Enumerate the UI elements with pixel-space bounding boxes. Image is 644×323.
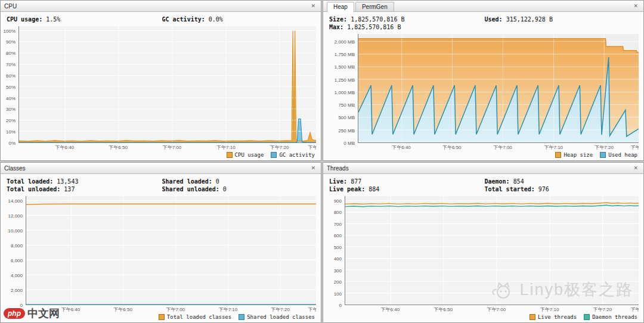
y-axis-label: 500 MB xyxy=(338,115,355,120)
cpu-stats: CPU usage: 1.5% GC activity: 0.0% xyxy=(1,12,321,25)
cpu-panel-title: CPU xyxy=(4,3,309,10)
y-axis-label: 14,000 xyxy=(8,198,23,203)
threads-y-axis: 9008007006005004003002001000 xyxy=(323,196,345,305)
x-axis-label: 下午7:3 xyxy=(630,144,639,150)
daemon-threads-stat: Daemon: 854 xyxy=(485,178,638,185)
cpu-panel: CPU ✕ CPU usage: 1.5% GC activity: 0.0% … xyxy=(0,0,321,161)
cpu-chart: 100%90%80%70%60%50%40%30%20%10%0% 下午6:40… xyxy=(1,25,321,160)
y-axis-label: 250 MB xyxy=(338,128,355,133)
threads-panel-titlebar: Threads ✕ xyxy=(323,163,643,174)
heap-tabs: Heap PermGen xyxy=(327,1,631,11)
x-axis-label: 下午7:20 xyxy=(271,306,290,312)
tab-permgen[interactable]: PermGen xyxy=(355,2,394,11)
classes-y-axis: 14,00012,00010,0008,0006,0004,0002,0000 xyxy=(1,196,26,305)
total-unloaded-stat: Total unloaded: 137 xyxy=(7,185,160,193)
y-axis-label: 500 xyxy=(334,244,342,250)
legend-label: Daemon threads xyxy=(592,314,637,320)
heap-max-stat: Max: 1,825,570,816 B xyxy=(329,23,482,31)
threads-panel-maximize-icon[interactable]: ✕ xyxy=(631,164,640,172)
legend-swatch-icon xyxy=(159,314,165,320)
x-axis-label: 下午6:50 xyxy=(434,306,453,312)
x-axis-label: 下午7:3 xyxy=(308,144,316,150)
y-axis-label: 40% xyxy=(6,95,16,101)
legend-item: Total loaded classes xyxy=(159,314,231,320)
x-axis-label: 下午7:00 xyxy=(493,144,512,150)
cpu-usage-stat: CPU usage: 1.5% xyxy=(7,15,160,23)
heap-size-stat: Size: 1,825,570,816 B xyxy=(329,15,482,23)
legend-item: Heap size xyxy=(555,152,593,158)
heap-chart: 2,000 MB1,750 MB1,500 MB1,250 MB1,000 MB… xyxy=(323,33,643,160)
y-axis-label: 70% xyxy=(6,62,16,67)
php-logo-icon: php xyxy=(4,308,25,319)
legend-label: Total loaded classes xyxy=(167,314,231,320)
y-axis-label: 900 xyxy=(334,198,342,203)
y-axis-label: 60% xyxy=(6,73,16,78)
y-axis-label: 300 xyxy=(334,268,342,273)
y-axis-label: 90% xyxy=(6,39,16,45)
y-axis-label: 100 xyxy=(334,291,342,296)
visualvm-monitor-view: CPU ✕ CPU usage: 1.5% GC activity: 0.0% … xyxy=(0,0,644,323)
y-axis-label: 1,250 MB xyxy=(335,77,355,82)
y-axis-label: 750 MB xyxy=(338,103,355,108)
heap-plot-area xyxy=(358,34,639,143)
threads-legend: Live threadsDaemon threads xyxy=(345,312,639,321)
y-axis-label: 0% xyxy=(8,141,16,146)
cpu-panel-maximize-icon[interactable]: ✕ xyxy=(309,2,317,10)
heap-used-stat: Used: 315,122,928 B xyxy=(485,15,638,23)
classes-stats: Total loaded: 13,543 Shared loaded: 0 To… xyxy=(1,174,321,195)
legend-label: Live threads xyxy=(538,314,577,320)
threads-x-axis: 下午6:40下午6:50下午7:00下午7:10下午7:20下午7:3 xyxy=(345,305,639,312)
heap-panel-maximize-icon[interactable]: ✕ xyxy=(631,2,640,10)
tab-heap[interactable]: Heap xyxy=(327,2,354,12)
php-cn-watermark-text: 中文网 xyxy=(27,306,60,321)
x-axis-label: 下午7:00 xyxy=(163,144,182,150)
x-axis-label: 下午7:3 xyxy=(308,306,316,312)
y-axis-label: 10,000 xyxy=(8,228,23,233)
classes-panel-maximize-icon[interactable]: ✕ xyxy=(309,164,317,172)
y-axis-label: 10% xyxy=(6,129,16,135)
y-axis-label: 700 xyxy=(334,221,342,226)
heap-panel: Heap PermGen ✕ Size: 1,825,570,816 B Use… xyxy=(323,0,644,161)
y-axis-label: 400 xyxy=(334,256,342,262)
heap-x-axis: 下午6:40下午6:50下午7:00下午7:10下午7:20下午7:3 xyxy=(358,143,639,150)
x-axis-label: 下午7:10 xyxy=(216,144,236,150)
legend-swatch-icon xyxy=(555,152,561,158)
legend-swatch-icon xyxy=(584,314,590,320)
heap-panel-titlebar: Heap PermGen ✕ xyxy=(323,1,643,12)
x-axis-label: 下午7:20 xyxy=(593,306,612,312)
legend-item: GC activity xyxy=(271,152,315,158)
y-axis-label: 600 xyxy=(334,233,342,238)
x-axis-label: 下午7:00 xyxy=(166,306,185,312)
legend-swatch-icon xyxy=(271,152,277,158)
linyb-watermark-text: Linyb极客之路 xyxy=(519,279,633,300)
heap-y-axis: 2,000 MB1,750 MB1,500 MB1,250 MB1,000 MB… xyxy=(323,34,358,143)
gc-activity-stat: GC activity: 0.0% xyxy=(162,15,315,23)
cpu-x-axis: 下午6:40下午6:50下午7:00下午7:10下午7:20下午7:3 xyxy=(18,143,316,150)
x-axis-label: 下午6:40 xyxy=(55,144,75,150)
threads-stats: Live: 877 Daemon: 854 Live peak: 884 Tot… xyxy=(323,174,643,195)
x-axis-label: 下午6:50 xyxy=(109,144,128,150)
y-axis-label: 200 xyxy=(334,279,342,285)
x-axis-label: 下午6:50 xyxy=(113,306,132,312)
x-axis-label: 下午6:50 xyxy=(442,144,462,150)
legend-item: CPU usage xyxy=(227,152,264,158)
x-axis-label: 下午6:40 xyxy=(392,144,411,150)
y-axis-label: 20% xyxy=(6,118,16,123)
y-axis-label: 1,000 MB xyxy=(335,89,355,95)
shared-unloaded-stat: Shared unloaded: 0 xyxy=(162,185,315,193)
cpu-panel-titlebar: CPU ✕ xyxy=(1,1,321,12)
classes-panel-titlebar: Classes ✕ xyxy=(1,163,321,174)
legend-label: CPU usage xyxy=(235,152,264,158)
y-axis-label: 50% xyxy=(6,84,16,89)
heap-stats: Size: 1,825,570,816 B Used: 315,122,928 … xyxy=(323,12,643,33)
live-threads-stat: Live: 877 xyxy=(329,178,482,185)
threads-chart: 9008007006005004003002001000 下午6:40下午6:5… xyxy=(323,195,643,322)
legend-swatch-icon xyxy=(530,314,535,320)
cat-face-icon xyxy=(491,278,515,302)
x-axis-label: 下午6:40 xyxy=(381,306,400,312)
cpu-legend: CPU usageGC activity xyxy=(18,150,316,159)
legend-swatch-icon xyxy=(600,152,606,158)
x-axis-label: 下午7:3 xyxy=(630,306,639,312)
legend-item: Live threads xyxy=(530,314,577,320)
linyb-watermark: Linyb极客之路 xyxy=(491,278,633,302)
